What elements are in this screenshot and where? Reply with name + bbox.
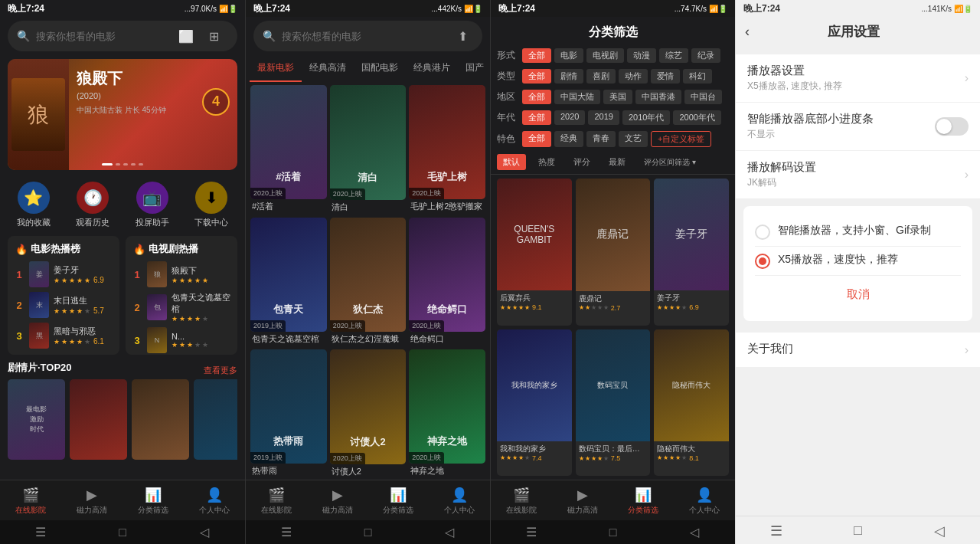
rank-item-2[interactable]: 2 末 末日逃生 ★★★★★ 5.7 (8, 290, 119, 320)
home-btn-1[interactable]: □ (107, 526, 138, 539)
nav-profile-1[interactable]: 👤 个人中心 (184, 480, 245, 520)
settings-item-about[interactable]: 关于我们 › (736, 333, 980, 367)
drama-item-3[interactable] (132, 379, 189, 460)
tab-chinese[interactable]: 国产 (458, 55, 490, 82)
search-bar-2[interactable]: 🔍 ⬆ (253, 21, 482, 51)
radio-option-x5[interactable]: X5播放器，速度快，推荐 (755, 247, 961, 276)
menu-btn-1[interactable]: ☰ (25, 525, 56, 539)
filter-movie-2[interactable]: 鹿鼎记 鹿鼎记 ★★★★★ 2.7 (576, 179, 651, 326)
featured-banner[interactable]: 狼殿下 (2020) 中国大陆古装 片长 45分钟 4 (8, 59, 237, 170)
action-history[interactable]: 🕐 观看历史 (76, 182, 109, 228)
sort-new[interactable]: 最新 (603, 154, 632, 170)
action-cast[interactable]: 📺 投屏助手 (136, 182, 169, 228)
action-download[interactable]: ⬇ 下载中心 (194, 182, 228, 228)
dialog-cancel-btn[interactable]: 取消 (755, 280, 961, 310)
tag-comedy[interactable]: 喜剧 (586, 69, 616, 84)
tab-classic-hd[interactable]: 经典高清 (302, 55, 354, 82)
filter-movie-1[interactable]: QUEEN'SGAMBIT 后翼弃兵 ★★★★★ 9.1 (497, 179, 572, 326)
home-btn-3[interactable]: □ (597, 526, 628, 539)
tag-all-region[interactable]: 全部 (522, 90, 551, 104)
upload-icon[interactable]: ⬆ (452, 25, 473, 47)
tag-us[interactable]: 美国 (603, 90, 632, 104)
movie-item-1[interactable]: #活着 2020上映 #活着 (250, 85, 327, 215)
tab-hk[interactable]: 经典港片 (406, 55, 458, 82)
nav-menu-4[interactable]: ☰ (736, 516, 817, 544)
settings-item-decode[interactable]: 播放解码设置 JK解码 › (736, 151, 980, 198)
tag-action[interactable]: 动作 (619, 69, 648, 84)
movie-item-6[interactable]: 绝命鳄口 2020上映 绝命鳄口 (409, 218, 485, 347)
see-more-btn[interactable]: 查看更多 (204, 365, 237, 376)
movie-item-9[interactable]: 神弃之地 2020上映 神弃之地 (409, 349, 485, 479)
back-icon[interactable]: ‹ (745, 24, 750, 40)
sort-default[interactable]: 默认 (497, 154, 526, 170)
nav-filter-3[interactable]: 📊 分类筛选 (613, 480, 675, 520)
scan-icon[interactable]: ⬜ (175, 25, 197, 47)
tab-dubbed[interactable]: 国配电影 (354, 55, 406, 82)
movie-item-5[interactable]: 狄仁杰 2020上映 狄仁杰之幻涅魔蛾 (330, 218, 407, 347)
filter-movie-5[interactable]: 数码宝贝 数码宝贝：最后的进化 ★★★★★ 7.5 (576, 329, 651, 477)
grid-icon[interactable]: ⊞ (203, 25, 224, 47)
tag-2020[interactable]: 2020 (554, 110, 585, 125)
drama-item-4[interactable] (194, 379, 237, 460)
movie-item-8[interactable]: 讨债人2 2020上映 讨债人2 (330, 349, 407, 479)
tag-classic[interactable]: 经典 (554, 131, 583, 147)
tag-drama[interactable]: 剧情 (554, 69, 583, 84)
sort-score[interactable]: 评分 (567, 154, 596, 170)
search-bar-1[interactable]: 🔍 ⬜ ⊞ (8, 21, 237, 51)
tag-scifi[interactable]: 科幻 (683, 69, 712, 84)
search-input-2[interactable] (282, 31, 446, 42)
nav-cinema-2[interactable]: 🎬 在线影院 (246, 480, 307, 520)
rank-item-1[interactable]: 1 姜 姜子牙 ★★★★★ 6.9 (8, 259, 119, 290)
tag-custom[interactable]: +自定义标签 (651, 131, 711, 147)
tag-2010s[interactable]: 2010年代 (622, 110, 670, 125)
filter-movie-6[interactable]: 隐秘而伟大 隐秘而伟大 ★★★★★ 8.1 (654, 329, 729, 477)
nav-hd-3[interactable]: ▶ 磁力高清 (552, 480, 613, 520)
tv-rank-item-1[interactable]: 1 狼 狼殿下 ★★★★★ (126, 259, 237, 290)
tag-tv[interactable]: 电视剧 (586, 48, 624, 63)
tv-rank-item-2[interactable]: 2 包 包青天之诡墓空棺 ★★★★★ (126, 290, 237, 325)
search-input-1[interactable] (36, 31, 169, 42)
movie-item-3[interactable]: 毛驴上树 2020上映 毛驴上树2憨驴搬家 (409, 85, 485, 215)
nav-back-4[interactable]: ◁ (899, 516, 980, 544)
tag-literary[interactable]: 文艺 (619, 131, 648, 147)
home-btn-2[interactable]: □ (352, 526, 383, 539)
tag-mainland[interactable]: 中国大陆 (554, 90, 600, 104)
sort-hot[interactable]: 热度 (532, 154, 561, 170)
back-btn-2[interactable]: ◁ (434, 525, 465, 539)
nav-cinema-3[interactable]: 🎬 在线影院 (491, 480, 552, 520)
tag-romance[interactable]: 爱情 (651, 69, 680, 84)
tag-all-type[interactable]: 全部 (522, 69, 551, 84)
nav-profile-3[interactable]: 👤 个人中心 (674, 480, 735, 520)
tag-variety[interactable]: 综艺 (659, 48, 688, 63)
back-btn-3[interactable]: ◁ (679, 525, 710, 539)
settings-item-player[interactable]: 播放器设置 X5播放器, 速度快, 推荐 › (736, 54, 980, 103)
drama-item-2[interactable] (70, 379, 127, 460)
sort-score-range[interactable]: 评分区间筛选 ▾ (638, 155, 702, 170)
progress-toggle[interactable] (935, 117, 969, 136)
movie-item-2[interactable]: 清白 2020上映 清白 (330, 85, 407, 215)
movie-item-7[interactable]: 热带雨 2019上映 热带雨 (250, 349, 327, 479)
radio-option-smart[interactable]: 智能播放器，支持小窗、Gif录制 (755, 218, 961, 247)
nav-filter-2[interactable]: 📊 分类筛选 (368, 480, 430, 520)
tag-all-year[interactable]: 全部 (522, 110, 551, 125)
tv-rank-item-3[interactable]: 3 N N... ★★★★★ (126, 325, 237, 355)
movie-item-4[interactable]: 包青天 2019上映 包青天之诡墓空棺 (250, 218, 327, 347)
rank-item-3[interactable]: 3 黑 黑暗与邪恶 ★★★★★ 6.1 (8, 320, 119, 351)
drama-item-1[interactable]: 最电影激励时代 (8, 379, 65, 460)
tag-doc[interactable]: 纪录 (691, 48, 720, 63)
tag-2000s[interactable]: 2000年代 (673, 110, 720, 125)
nav-hd-1[interactable]: ▶ 磁力高清 (61, 480, 122, 520)
tag-all-special[interactable]: 全部 (522, 131, 551, 147)
tag-2019[interactable]: 2019 (588, 110, 619, 125)
tag-anime[interactable]: 动漫 (627, 48, 656, 63)
tag-youth[interactable]: 青春 (586, 131, 616, 147)
nav-hd-2[interactable]: ▶ 磁力高清 (307, 480, 368, 520)
nav-profile-2[interactable]: 👤 个人中心 (429, 480, 490, 520)
nav-filter-1[interactable]: 📊 分类筛选 (122, 480, 184, 520)
tag-movie[interactable]: 电影 (554, 48, 583, 63)
menu-btn-3[interactable]: ☰ (516, 525, 547, 539)
tag-hk[interactable]: 中国香港 (635, 90, 681, 104)
tag-all-format[interactable]: 全部 (522, 48, 551, 63)
menu-btn-2[interactable]: ☰ (271, 525, 302, 539)
filter-movie-4[interactable]: 我和我的家乡 我和我的家乡 ★★★★★ 7.4 (497, 329, 572, 477)
